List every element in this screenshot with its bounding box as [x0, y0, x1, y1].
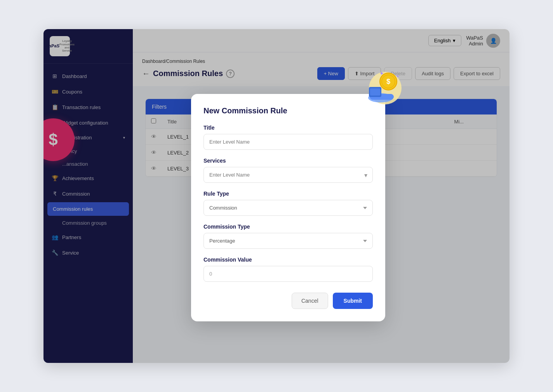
commission-value-input[interactable]: [203, 266, 373, 282]
commission-type-label: Commission Type: [203, 224, 373, 230]
commission-value-label: Commission Value: [203, 257, 373, 263]
modal-footer: Cancel Submit: [203, 293, 373, 309]
services-label: Services: [203, 158, 373, 164]
submit-button[interactable]: Submit: [333, 293, 373, 309]
cancel-button[interactable]: Cancel: [292, 293, 328, 309]
coin-decoration-svg: $ ✦ ✦: [358, 67, 405, 113]
title-label: Title: [203, 125, 373, 131]
svg-text:✦: ✦: [396, 74, 399, 78]
rule-type-label: Rule Type: [203, 191, 373, 197]
title-input[interactable]: [203, 134, 373, 150]
services-select-wrapper: ▾: [203, 167, 373, 183]
coin-decoration: $ ✦ ✦: [358, 67, 405, 115]
commission-type-form-group: Commission Type Percentage Fixed: [203, 224, 373, 249]
new-commission-rule-modal: $ ✦ ✦ New Commission Rule Title: [191, 94, 385, 321]
modal-title: New Commission Rule: [203, 106, 373, 115]
rule-type-select[interactable]: Commission Bonus Cashback: [203, 200, 373, 216]
modal-overlay: $ ✦ ✦ New Commission Rule Title: [43, 29, 510, 363]
services-form-group: Services ▾: [203, 158, 373, 183]
svg-text:$: $: [386, 78, 390, 85]
commission-type-select[interactable]: Percentage Fixed: [203, 233, 373, 249]
title-form-group: Title: [203, 125, 373, 150]
svg-text:✦: ✦: [379, 70, 384, 76]
rule-type-form-group: Rule Type Commission Bonus Cashback: [203, 191, 373, 216]
services-input[interactable]: [203, 167, 373, 183]
svg-rect-9: [370, 88, 380, 95]
commission-value-form-group: Commission Value: [203, 257, 373, 282]
